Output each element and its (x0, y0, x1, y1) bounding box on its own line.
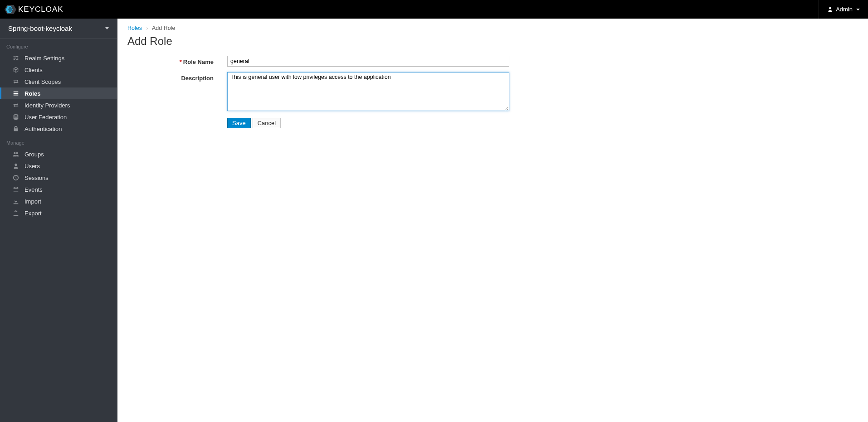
sidebar-item-label: Import (24, 198, 41, 205)
sidebar-item-label: Events (24, 186, 43, 193)
breadcrumb-separator: › (146, 25, 148, 31)
sidebar-item-label: Users (24, 163, 40, 170)
keycloak-logo-icon (5, 4, 16, 15)
sidebar-item-import[interactable]: Import (0, 195, 117, 207)
sidebar-item-export[interactable]: Export (0, 207, 117, 219)
sidebar-item-roles[interactable]: Roles (0, 87, 117, 99)
description-label: Description (127, 72, 227, 82)
main-content: Roles › Add Role Add Role *Role Name Des… (117, 19, 868, 422)
sidebar-item-users[interactable]: Users (0, 160, 117, 172)
brand-logo[interactable]: KEYCLOAK (5, 4, 63, 15)
description-textarea[interactable] (227, 72, 509, 111)
form-row-role-name: *Role Name (127, 56, 858, 67)
realm-name: Spring-boot-keycloak (8, 24, 72, 32)
cancel-button[interactable]: Cancel (253, 118, 281, 128)
sidebar-item-clients[interactable]: Clients (0, 64, 117, 76)
nav-section-title: Manage (0, 135, 117, 148)
sidebar-item-identity-providers[interactable]: Identity Providers (0, 99, 117, 111)
export-icon (13, 210, 19, 216)
cube-icon (13, 67, 19, 73)
sidebar-item-label: Identity Providers (24, 102, 70, 109)
user-menu[interactable]: Admin (819, 0, 860, 19)
sidebar: Spring-boot-keycloak ConfigureRealm Sett… (0, 19, 117, 422)
clock-icon (13, 175, 19, 181)
transfer-icon (13, 102, 19, 108)
sidebar-item-label: Groups (24, 151, 44, 158)
form-row-description: Description (127, 72, 858, 112)
sliders-icon (13, 55, 19, 61)
sidebar-item-client-scopes[interactable]: Client Scopes (0, 76, 117, 87)
top-header: KEYCLOAK Admin (0, 0, 868, 19)
lock-icon (13, 126, 19, 132)
sidebar-item-label: Client Scopes (24, 78, 61, 85)
sidebar-item-label: User Federation (24, 114, 67, 121)
sidebar-item-label: Sessions (24, 175, 49, 181)
sidebar-item-user-federation[interactable]: User Federation (0, 111, 117, 123)
chevron-down-icon (856, 9, 860, 10)
sidebar-item-label: Export (24, 210, 42, 217)
sidebar-item-realm-settings[interactable]: Realm Settings (0, 52, 117, 64)
realm-selector[interactable]: Spring-boot-keycloak (0, 19, 117, 39)
sidebar-item-sessions[interactable]: Sessions (0, 172, 117, 184)
chevron-down-icon (105, 27, 109, 29)
sidebar-item-label: Clients (24, 67, 43, 73)
role-name-input[interactable] (227, 56, 509, 67)
save-button[interactable]: Save (227, 118, 251, 128)
page-title: Add Role (127, 35, 858, 48)
list-icon (13, 90, 19, 97)
sidebar-item-groups[interactable]: Groups (0, 148, 117, 160)
role-name-label: *Role Name (127, 56, 227, 65)
nav-section-title: Configure (0, 39, 117, 52)
import-icon (13, 198, 19, 204)
transfer-icon (13, 78, 19, 85)
sidebar-item-events[interactable]: Events (0, 184, 117, 195)
breadcrumb-current: Add Role (152, 25, 175, 31)
breadcrumb-root-link[interactable]: Roles (127, 25, 142, 31)
calendar-icon (13, 186, 19, 193)
database-icon (13, 114, 19, 120)
breadcrumb: Roles › Add Role (127, 25, 858, 31)
sidebar-item-authentication[interactable]: Authentication (0, 123, 117, 135)
sidebar-item-label: Roles (24, 90, 40, 97)
group-icon (13, 151, 19, 157)
brand-text: KEYCLOAK (18, 5, 63, 14)
sidebar-item-label: Realm Settings (24, 55, 64, 62)
sidebar-item-label: Authentication (24, 126, 62, 132)
user-label: Admin (836, 6, 853, 13)
user-icon (827, 6, 833, 12)
user-icon (13, 163, 19, 169)
